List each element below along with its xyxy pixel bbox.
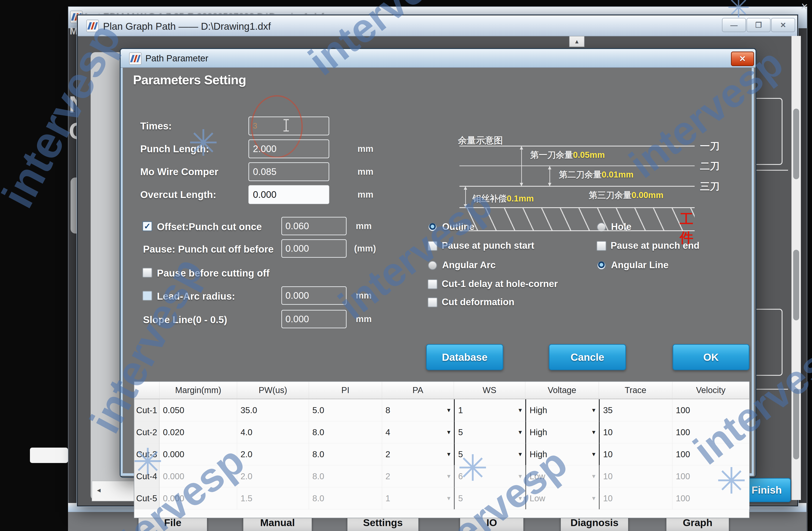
cell-pa-dropdown[interactable]: 8▼ (382, 399, 454, 421)
close-icon: ✕ (780, 21, 786, 29)
dialog-ok-button[interactable]: OK (672, 344, 749, 370)
footer-finish-button[interactable]: Finish (742, 478, 791, 502)
dialog-cancel-button[interactable]: Cancle (549, 344, 626, 370)
sidebar-letter: M (70, 25, 78, 37)
section-heading: Parameters Setting (133, 72, 246, 87)
col-header (134, 382, 159, 399)
check-icon: ✓ (144, 221, 151, 231)
cell-ws-dropdown[interactable]: 5▼ (454, 487, 525, 510)
pause-cutoff-input[interactable]: 0.000 (281, 239, 347, 258)
dropdown-icon: ▼ (517, 429, 523, 436)
cell-voltage-dropdown[interactable]: High▼ (525, 399, 599, 421)
dialog-close-button[interactable]: ✕ (731, 52, 754, 66)
cell-pi[interactable]: 8.0 (309, 421, 382, 443)
cell-margin[interactable]: 0.000 (159, 465, 237, 487)
cell-margin[interactable]: 0.000 (159, 487, 237, 510)
cell-velocity[interactable]: 100 (672, 465, 749, 487)
cell-pw[interactable]: 4.0 (237, 421, 309, 443)
cell-pi[interactable]: 8.0 (309, 487, 382, 510)
cut-deformation-checkbox[interactable] (427, 298, 437, 307)
minimize-button[interactable]: — (722, 18, 746, 32)
cell-pw[interactable]: 2.0 (237, 443, 309, 465)
cell-trace[interactable]: 10 (599, 487, 672, 510)
unit-label: mm (358, 144, 374, 154)
diagram-cut1-label: 一刀 (700, 140, 720, 153)
sidebar-box-remnant (30, 448, 68, 463)
cell-pa-dropdown[interactable]: 4▼ (382, 421, 454, 443)
close-icon[interactable]: ✕ (800, 1, 809, 12)
col-header-trace: Trace (599, 382, 672, 399)
row-label: Cut-3 (134, 443, 159, 465)
cut1-delay-label: Cut-1 delay at hole-corner (442, 278, 558, 289)
unit-label: mm (358, 189, 374, 200)
cell-pi[interactable]: 8.0 (309, 443, 382, 465)
cell-trace[interactable]: 35 (599, 399, 672, 421)
cell-margin[interactable]: 0.000 (159, 443, 237, 465)
pause-punch-start-checkbox[interactable] (427, 241, 437, 251)
pause-punch-start-label: Pause at punch start (442, 240, 534, 251)
punch-length-input[interactable]: 2.000 (248, 140, 329, 158)
diagram-line-cut2 (460, 166, 695, 166)
cell-ws-dropdown[interactable]: 6▼ (454, 465, 525, 487)
mo-wire-input[interactable]: 0.085 (248, 162, 329, 181)
diagram-line-cut1 (460, 146, 695, 146)
scroll-left-button[interactable]: ◄ (92, 482, 105, 499)
plan-window-titlebar[interactable]: Plan Graph Path —— D:\Drawing1.dxf — ❐ ✕ (78, 15, 797, 37)
close-button[interactable]: ✕ (771, 18, 795, 32)
cell-pw[interactable]: 2.0 (237, 465, 309, 487)
col-header-pa: PA (382, 382, 454, 399)
cell-ws-dropdown[interactable]: 5▼ (454, 421, 525, 443)
cell-voltage-dropdown[interactable]: High▼ (525, 443, 599, 465)
outline-radio[interactable] (428, 223, 437, 232)
cell-pw[interactable]: 1.5 (237, 487, 309, 510)
cell-trace[interactable]: 10 (599, 443, 672, 465)
scroll-up-icon: ▲ (574, 38, 580, 45)
angular-line-radio[interactable] (597, 261, 606, 270)
angular-arc-radio[interactable] (428, 261, 437, 270)
offset-input[interactable]: 0.060 (281, 217, 347, 235)
dropdown-icon: ▼ (591, 495, 596, 502)
cut1-delay-checkbox[interactable] (427, 279, 437, 289)
cut-deformation-label: Cut deformation (442, 297, 514, 307)
cell-pw[interactable]: 35.0 (237, 399, 309, 421)
diagram-line-cut3 (460, 186, 695, 187)
pause-before-cutoff-checkbox[interactable] (142, 268, 152, 277)
dropdown-icon: ▼ (591, 407, 596, 414)
lead-arc-input[interactable]: 0.000 (281, 286, 347, 305)
slope-line-input[interactable]: 0.000 (281, 310, 347, 328)
cell-voltage-dropdown[interactable]: Low▼ (525, 487, 599, 510)
cell-velocity[interactable]: 100 (672, 487, 749, 510)
cell-voltage-dropdown[interactable]: Low▼ (525, 465, 599, 487)
cell-pa-dropdown[interactable]: 2▼ (382, 465, 454, 487)
cell-pi[interactable]: 8.0 (309, 465, 382, 487)
cell-ws-dropdown[interactable]: 1▼ (454, 399, 525, 421)
maximize-button[interactable]: ❐ (746, 18, 770, 32)
cell-ws-dropdown[interactable]: 5▼ (454, 443, 525, 465)
path-parameter-dialog: Path Parameter ✕ Parameters Setting Time… (120, 48, 756, 477)
right-scrollbar[interactable] (792, 36, 801, 500)
dialog-titlebar[interactable]: Path Parameter ✕ (120, 49, 756, 68)
dropdown-icon: ▼ (446, 473, 451, 480)
cell-trace[interactable]: 10 (599, 465, 672, 487)
cell-pa-dropdown[interactable]: 2▼ (382, 443, 454, 465)
overcut-input[interactable]: 0.000 (248, 185, 329, 204)
cell-velocity[interactable]: 100 (672, 421, 749, 443)
cell-pi[interactable]: 5.0 (309, 399, 382, 421)
cell-margin[interactable]: 0.020 (159, 421, 237, 443)
cell-pa-dropdown[interactable]: 1▼ (382, 487, 454, 510)
cell-voltage-dropdown[interactable]: High▼ (525, 421, 599, 443)
database-button[interactable]: Database (426, 344, 503, 370)
pause-punch-end-checkbox[interactable] (596, 241, 606, 251)
col-header-ws: WS (454, 382, 525, 399)
angular-arc-label: Angular Arc (442, 260, 496, 270)
dropdown-icon: ▼ (591, 429, 596, 436)
pause-before-cutoff-label: Pause before cutting off (157, 267, 270, 279)
cell-trace[interactable]: 10 (599, 421, 672, 443)
cell-margin[interactable]: 0.050 (159, 399, 237, 421)
offset-checkbox[interactable]: ✓ (142, 221, 152, 231)
cell-velocity[interactable]: 100 (672, 399, 749, 421)
row-label: Cut-1 (134, 399, 159, 421)
lead-arc-checkbox[interactable] (142, 291, 152, 301)
cell-velocity[interactable]: 100 (672, 443, 749, 465)
vertical-scrollbar-up[interactable]: ▲ (569, 36, 584, 47)
